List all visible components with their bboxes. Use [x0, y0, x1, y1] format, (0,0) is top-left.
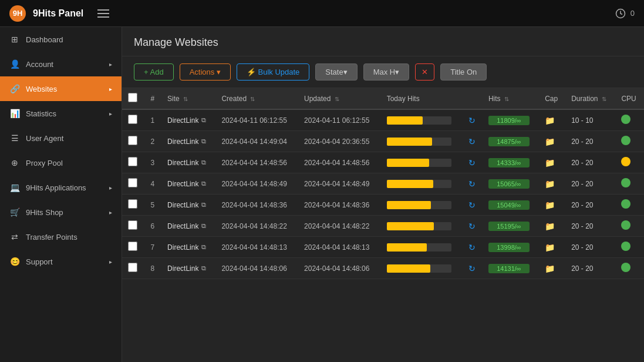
row-refresh[interactable]: ↻ — [463, 109, 483, 131]
row-today-hits-bar — [381, 195, 463, 216]
row-checkbox[interactable] — [128, 199, 137, 209]
row-cpu — [615, 258, 644, 279]
sidebar-label-proxy-pool: Proxy Pool — [26, 159, 112, 167]
clear-button[interactable]: ✕ — [415, 63, 434, 81]
row-num: 1 — [145, 109, 162, 131]
9hits-shop-icon: 🛒 — [9, 207, 20, 217]
select-all-checkbox[interactable] — [128, 93, 137, 102]
sidebar-item-support[interactable]: 😊 Support ▸ — [0, 249, 122, 274]
refresh-icon[interactable]: ↻ — [468, 243, 476, 252]
row-site: DirectLink ⧉ — [161, 216, 215, 237]
status-badge — [621, 220, 630, 230]
add-button[interactable]: + Add — [134, 63, 174, 81]
refresh-icon[interactable]: ↻ — [468, 222, 476, 231]
table-row: 4 DirectLink ⧉ 2024-04-04 14:48:49 2024-… — [122, 173, 644, 195]
row-duration: 10 - 10 — [565, 109, 615, 131]
row-checkbox[interactable] — [128, 115, 137, 124]
sidebar-item-statistics[interactable]: 📊 Statistics ▸ — [0, 101, 122, 126]
row-refresh[interactable]: ↻ — [463, 216, 483, 237]
row-site: DirectLink ⧉ — [161, 195, 215, 216]
external-link-icon[interactable]: ⧉ — [201, 243, 206, 251]
folder-icon: 📁 — [545, 264, 555, 273]
row-hits: 15049/∞ — [483, 195, 539, 216]
external-link-icon[interactable]: ⧉ — [201, 180, 206, 187]
row-updated: 2024-04-04 14:48:22 — [298, 216, 381, 237]
toolbar: + Add Actions ▾ ⚡ Bulk Update State▾ Max… — [122, 56, 644, 88]
refresh-icon[interactable]: ↻ — [468, 158, 476, 167]
row-checkbox[interactable] — [128, 242, 137, 251]
row-updated: 2024-04-04 14:48:36 — [298, 195, 381, 216]
external-link-icon[interactable]: ⧉ — [201, 201, 206, 209]
chevron-icon: ▸ — [109, 209, 112, 216]
external-link-icon[interactable]: ⧉ — [201, 138, 206, 145]
row-num: 7 — [145, 237, 162, 258]
titleon-button[interactable]: Title On — [440, 63, 487, 81]
row-num: 3 — [145, 152, 162, 173]
sidebar-label-statistics: Statistics — [26, 109, 103, 118]
external-link-icon[interactable]: ⧉ — [201, 264, 206, 272]
account-icon: 👤 — [9, 59, 20, 69]
sidebar-label-transfer: Transfer Points — [26, 233, 112, 242]
row-cap: 📁 — [539, 152, 565, 173]
row-created: 2024-04-04 14:48:56 — [215, 152, 298, 173]
row-hits: 15195/∞ — [483, 216, 539, 237]
9hits-apps-icon: 💻 — [9, 182, 20, 193]
folder-icon: 📁 — [545, 222, 555, 231]
col-cap: Cap — [539, 88, 565, 109]
state-button[interactable]: State▾ — [315, 63, 357, 81]
row-refresh[interactable]: ↻ — [463, 195, 483, 216]
row-refresh[interactable]: ↻ — [463, 152, 483, 173]
row-checkbox[interactable] — [128, 263, 137, 272]
clock-icon — [615, 8, 626, 19]
row-duration: 20 - 20 — [565, 195, 615, 216]
row-checkbox[interactable] — [128, 136, 137, 145]
sidebar-item-9hits-shop[interactable]: 🛒 9Hits Shop ▸ — [0, 200, 122, 224]
refresh-icon[interactable]: ↻ — [468, 116, 476, 125]
folder-icon: 📁 — [545, 137, 555, 146]
bulk-update-button[interactable]: ⚡ Bulk Update — [237, 63, 309, 81]
refresh-icon[interactable]: ↻ — [468, 179, 476, 189]
row-checkbox[interactable] — [128, 178, 137, 187]
row-refresh[interactable]: ↻ — [463, 258, 483, 279]
topbar-right: 0 — [615, 8, 635, 19]
row-hits: 15065/∞ — [483, 173, 539, 195]
chevron-icon: ▸ — [109, 185, 112, 191]
row-updated: 2024-04-04 14:48:56 — [298, 152, 381, 173]
row-checkbox[interactable] — [128, 220, 137, 230]
row-created: 2024-04-04 14:48:49 — [215, 173, 298, 195]
sidebar-item-transfer[interactable]: ⇄ Transfer Points — [0, 224, 122, 249]
refresh-icon[interactable]: ↻ — [468, 137, 476, 146]
col-created: Created ⇅ — [215, 88, 298, 109]
menu-toggle[interactable] — [97, 9, 109, 18]
row-hits: 14875/∞ — [483, 131, 539, 152]
sidebar-item-user-agent[interactable]: ☰ User Agent — [0, 126, 122, 150]
col-site: Site ⇅ — [161, 88, 215, 109]
table-row: 3 DirectLink ⧉ 2024-04-04 14:48:56 2024-… — [122, 152, 644, 173]
user-agent-icon: ☰ — [9, 133, 20, 143]
maxh-button[interactable]: Max H▾ — [363, 63, 410, 81]
main-content: Manage Websites + Add Actions ▾ ⚡ Bulk U… — [122, 27, 644, 362]
sidebar-label-support: Support — [26, 257, 103, 266]
row-refresh[interactable]: ↻ — [463, 237, 483, 258]
sidebar-item-9hits-apps[interactable]: 💻 9Hits Applications ▸ — [0, 175, 122, 200]
col-num: # — [145, 88, 162, 109]
sidebar-item-proxy-pool[interactable]: ⊕ Proxy Pool — [0, 150, 122, 175]
row-hits: 13998/∞ — [483, 237, 539, 258]
sidebar-item-websites[interactable]: 🔗 Websites ▸ — [0, 76, 122, 101]
refresh-icon[interactable]: ↻ — [468, 264, 476, 273]
row-duration: 20 - 20 — [565, 173, 615, 195]
row-site: DirectLink ⧉ — [161, 152, 215, 173]
actions-button[interactable]: Actions ▾ — [180, 63, 231, 81]
chevron-icon: ▸ — [109, 86, 112, 92]
external-link-icon[interactable]: ⧉ — [201, 159, 206, 166]
external-link-icon[interactable]: ⧉ — [201, 222, 206, 230]
row-duration: 20 - 20 — [565, 152, 615, 173]
support-icon: 😊 — [9, 256, 20, 267]
refresh-icon[interactable]: ↻ — [468, 200, 476, 210]
sidebar-item-dashboard[interactable]: ⊞ Dashboard — [0, 27, 122, 52]
row-checkbox[interactable] — [128, 157, 137, 166]
row-refresh[interactable]: ↻ — [463, 131, 483, 152]
row-refresh[interactable]: ↻ — [463, 173, 483, 195]
sidebar-item-account[interactable]: 👤 Account ▸ — [0, 52, 122, 76]
external-link-icon[interactable]: ⧉ — [201, 116, 206, 124]
